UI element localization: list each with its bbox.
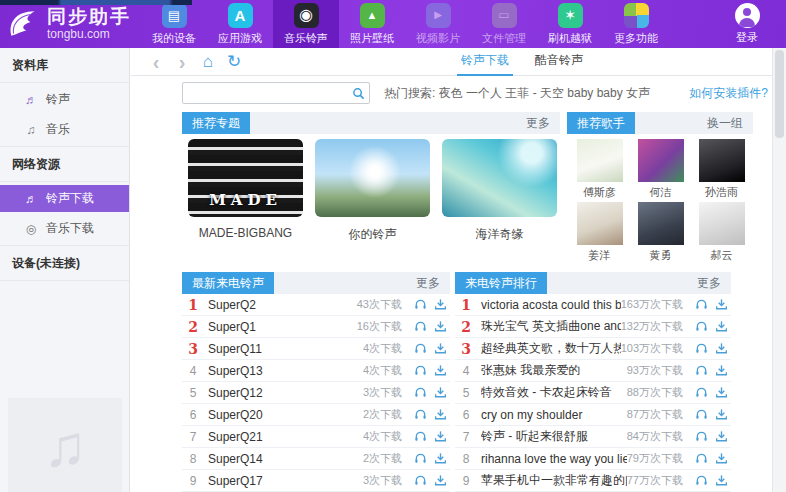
vertical-scrollbar[interactable] — [772, 48, 786, 492]
download-icon[interactable] — [430, 430, 450, 443]
ringtone-title[interactable]: 苹果手机中一款非常有趣的闹钟 — [481, 472, 627, 489]
singer-card[interactable]: 黄勇 — [632, 202, 689, 263]
sidebar-item-music-note[interactable]: 音乐 — [0, 116, 129, 143]
sidebar-item-music-download[interactable]: 音乐下载 — [0, 215, 129, 242]
download-icon[interactable] — [430, 342, 450, 355]
ringtone-title[interactable]: SuperQ21 — [208, 430, 363, 444]
rank-number: 4 — [455, 364, 477, 378]
search-icon[interactable] — [347, 87, 369, 100]
search-input[interactable] — [183, 84, 347, 102]
tab-1[interactable]: 酷音铃声 — [531, 48, 587, 76]
download-icon[interactable] — [711, 320, 731, 333]
download-icon[interactable] — [430, 364, 450, 377]
nav-item-more-grid[interactable]: 更多功能 — [603, 0, 669, 48]
refresh-button[interactable]: ↻ — [221, 51, 247, 73]
listen-icon[interactable] — [410, 408, 430, 421]
singer-card[interactable]: 傅斯彦 — [571, 139, 628, 200]
listen-icon[interactable] — [691, 342, 711, 355]
listen-icon[interactable] — [691, 386, 711, 399]
album-card[interactable]: MADE-BIGBANG — [188, 139, 303, 243]
nav-item-device[interactable]: 我的设备 — [141, 0, 207, 48]
ringtone-title[interactable]: SuperQ1 — [208, 320, 357, 334]
singer-card[interactable]: 郝云 — [693, 202, 750, 263]
download-icon[interactable] — [430, 386, 450, 399]
sidebar-placeholder: ♫ — [8, 398, 122, 492]
listen-icon[interactable] — [410, 364, 430, 377]
ringtone-title[interactable]: SuperQ14 — [208, 452, 363, 466]
singers-change-link[interactable]: 换一组 — [707, 115, 743, 132]
album-card[interactable]: 海洋奇缘 — [442, 139, 557, 243]
listen-icon[interactable] — [410, 452, 430, 465]
ranking-more-link[interactable]: 更多 — [697, 275, 721, 292]
scrollbar-thumb[interactable] — [775, 50, 784, 138]
download-icon[interactable] — [430, 474, 450, 487]
ringtone-title[interactable]: cry on my shoulder — [481, 408, 627, 422]
download-icon[interactable] — [430, 408, 450, 421]
listen-icon[interactable] — [410, 386, 430, 399]
back-button[interactable]: ‹ — [143, 51, 169, 73]
download-icon[interactable] — [711, 430, 731, 443]
download-icon[interactable] — [711, 408, 731, 421]
listen-icon[interactable] — [410, 298, 430, 311]
listen-icon[interactable] — [691, 320, 711, 333]
listen-icon[interactable] — [691, 298, 711, 311]
sidebar-item-ringtone[interactable]: 铃声 — [0, 86, 129, 113]
download-icon[interactable] — [711, 452, 731, 465]
home-button[interactable]: ⌂ — [195, 51, 221, 73]
ringtone-title[interactable]: 铃声 - 听起来很舒服 — [481, 428, 627, 445]
nav-item-folder[interactable]: 文件管理 — [471, 0, 537, 48]
latest-more-link[interactable]: 更多 — [416, 275, 440, 292]
nav-item-music-record[interactable]: 音乐铃声 — [273, 0, 339, 48]
nav-item-appstore[interactable]: 应用游戏 — [207, 0, 273, 48]
ringtone-title[interactable]: SuperQ17 — [208, 474, 363, 488]
tab-0[interactable]: 铃声下载 — [457, 48, 513, 76]
singer-card[interactable]: 姜洋 — [571, 202, 628, 263]
listen-icon[interactable] — [691, 430, 711, 443]
singer-card[interactable]: 孙浩雨 — [693, 139, 750, 200]
listen-icon[interactable] — [410, 474, 430, 487]
install-plugin-link[interactable]: 如何安装插件? — [689, 85, 768, 102]
music-note-placeholder-icon: ♫ — [43, 412, 87, 479]
ringtone-title[interactable]: 珠光宝气 英文插曲one and o... — [481, 318, 621, 335]
download-count: 4次下载 — [363, 341, 402, 356]
listen-icon[interactable] — [691, 452, 711, 465]
singer-card[interactable]: 何洁 — [632, 139, 689, 200]
listen-icon[interactable] — [410, 320, 430, 333]
ringtone-title[interactable]: SuperQ12 — [208, 386, 363, 400]
download-icon[interactable] — [711, 342, 731, 355]
listen-icon[interactable] — [691, 474, 711, 487]
album-card[interactable]: 你的铃声 — [315, 139, 430, 243]
table-row: 3超经典英文歌，数十万人热享 ...103万次下载 — [455, 338, 731, 360]
ringtone-title[interactable]: victoria acosta could this b... — [481, 298, 621, 312]
ringtone-title[interactable]: SuperQ20 — [208, 408, 363, 422]
topics-header: 推荐专题 更多 — [182, 112, 560, 134]
ringtone-title[interactable]: rihanna love the way you lie — [481, 452, 627, 466]
music-note-icon — [24, 123, 38, 137]
download-icon[interactable] — [430, 320, 450, 333]
avatar-icon — [735, 3, 760, 28]
login-button[interactable]: 登录 — [720, 0, 774, 48]
ringtone-title[interactable]: SuperQ2 — [208, 298, 357, 312]
listen-icon[interactable] — [691, 364, 711, 377]
sidebar-item-ringtone-download[interactable]: 铃声下载 — [0, 185, 129, 212]
nav-item-jailbreak[interactable]: 刷机越狱 — [537, 0, 603, 48]
nav-item-video[interactable]: 视频影片 — [405, 0, 471, 48]
listen-icon[interactable] — [410, 342, 430, 355]
rank-number: 9 — [455, 474, 477, 488]
ringtone-title[interactable]: 超经典英文歌，数十万人热享 ... — [481, 340, 621, 357]
ringtone-title[interactable]: SuperQ11 — [208, 342, 363, 356]
download-icon[interactable] — [711, 364, 731, 377]
download-icon[interactable] — [430, 298, 450, 311]
download-icon[interactable] — [711, 474, 731, 487]
listen-icon[interactable] — [691, 408, 711, 421]
nav-item-photo[interactable]: 照片壁纸 — [339, 0, 405, 48]
download-icon[interactable] — [711, 386, 731, 399]
ringtone-title[interactable]: 张惠妹 我最亲爱的 — [481, 362, 627, 379]
topics-more-link[interactable]: 更多 — [526, 115, 550, 132]
forward-button[interactable]: › — [169, 51, 195, 73]
ringtone-title[interactable]: 特效音效 - 卡农起床铃音 — [481, 384, 627, 401]
ringtone-title[interactable]: SuperQ13 — [208, 364, 363, 378]
download-icon[interactable] — [711, 298, 731, 311]
listen-icon[interactable] — [410, 430, 430, 443]
download-icon[interactable] — [430, 452, 450, 465]
